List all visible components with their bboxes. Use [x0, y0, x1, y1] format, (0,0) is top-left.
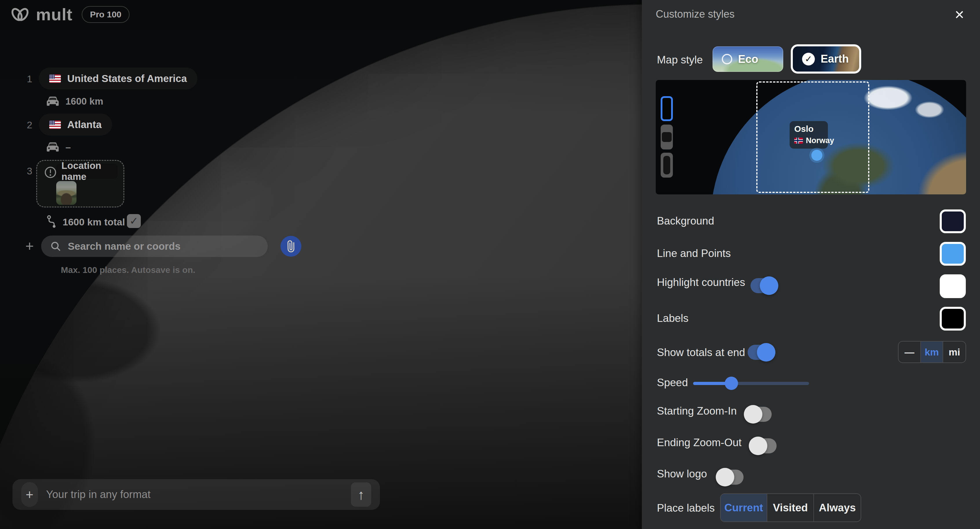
total-checkbox[interactable]: ✓ — [127, 214, 141, 228]
map-style-label: Map style — [657, 54, 703, 66]
line-points-color-swatch[interactable] — [940, 242, 966, 266]
background-color-swatch[interactable] — [940, 210, 966, 233]
paperclip-icon — [283, 238, 299, 255]
eco-label: Eco — [738, 53, 758, 65]
app-window: mult Pro 100 1 United States of America … — [0, 0, 980, 529]
trip-prompt-bar: + ↑ — [13, 479, 380, 510]
stop-number: 2 — [23, 119, 36, 131]
submit-trip-button[interactable]: ↑ — [351, 482, 371, 507]
brand-header: mult Pro 100 — [10, 5, 129, 24]
logo-wordmark[interactable]: mult — [36, 5, 72, 24]
place-labels-always-option[interactable]: Always — [814, 494, 861, 521]
search-bar[interactable] — [41, 235, 268, 257]
place-labels-visited-option[interactable]: Visited — [767, 494, 814, 521]
plan-badge: Pro 100 — [82, 6, 129, 23]
starting-zoom-in-toggle[interactable] — [745, 407, 772, 422]
radio-checked-icon: ✓ — [802, 53, 815, 65]
speed-slider-knob[interactable] — [725, 376, 738, 390]
total-distance-label: 1600 km total — [63, 216, 125, 228]
speed-label: Speed — [657, 376, 688, 389]
trip-prompt-input[interactable] — [46, 488, 351, 500]
leg-distance: 1600 km — [65, 96, 103, 107]
panel-title: Customize styles — [656, 8, 735, 20]
leg-distance: – — [65, 142, 71, 153]
search-input[interactable] — [68, 240, 259, 252]
close-panel-button[interactable]: × — [950, 5, 969, 24]
preview-place-label: Oslo Norway — [790, 121, 828, 149]
map-style-earth-button[interactable]: ✓ Earth — [791, 44, 861, 73]
search-icon — [50, 240, 61, 252]
route-total-icon — [46, 215, 57, 228]
check-icon: ✓ — [129, 215, 138, 227]
preview-country: Norway — [806, 136, 834, 145]
show-totals-toggle[interactable] — [748, 345, 774, 360]
attach-button[interactable] — [280, 236, 301, 257]
preview-location-dot — [811, 150, 822, 161]
ending-zoom-out-label: Ending Zoom-Out — [657, 437, 741, 449]
unit-km-option[interactable]: km — [921, 342, 943, 362]
radio-unchecked-icon — [722, 54, 732, 64]
norway-flag-icon — [794, 138, 803, 144]
aspect-landscape-button[interactable] — [661, 125, 673, 149]
leg-transport-2[interactable]: – — [46, 141, 71, 153]
show-logo-toggle[interactable] — [717, 470, 743, 485]
unit-mi-option[interactable]: mi — [943, 342, 966, 362]
plus-icon: + — [26, 487, 33, 502]
aspect-portrait-button[interactable] — [661, 153, 673, 178]
labels-color-swatch[interactable] — [940, 307, 966, 330]
stop-pill-atlanta[interactable]: Atlanta — [39, 114, 112, 136]
up-arrow-icon: ↑ — [358, 487, 364, 503]
prompt-add-button[interactable]: + — [21, 482, 38, 507]
us-flag-icon — [49, 75, 61, 83]
close-icon: × — [955, 6, 964, 22]
show-totals-label: Show totals at end — [657, 346, 745, 359]
location-name-placeholder: Location name — [61, 160, 113, 182]
place-labels-current-option[interactable]: Current — [721, 494, 767, 521]
list-hint: Max. 100 places. Autosave is on. — [61, 265, 195, 275]
ending-zoom-out-toggle[interactable] — [750, 438, 776, 453]
map-style-eco-button[interactable]: Eco — [713, 46, 783, 72]
stop-name: Atlanta — [67, 119, 102, 130]
speed-slider[interactable] — [693, 376, 809, 390]
car-icon — [46, 95, 60, 107]
highlight-color-swatch[interactable] — [940, 274, 966, 298]
stop-number: 1 — [23, 73, 36, 84]
leg-transport-1[interactable]: 1600 km — [46, 95, 103, 107]
location-photo-thumbnail[interactable] — [56, 181, 76, 205]
earth-label: Earth — [821, 53, 849, 65]
unit-none-option[interactable]: — — [899, 342, 921, 362]
place-labels-control: Current Visited Always — [720, 493, 861, 522]
starting-zoom-in-label: Starting Zoom-In — [657, 405, 737, 417]
map-style-preview: Oslo Norway — [656, 80, 966, 194]
preview-city: Oslo — [794, 124, 823, 134]
add-stop-button[interactable]: + — [23, 238, 36, 254]
units-control: — km mi — [898, 341, 966, 363]
highlight-countries-label: Highlight countries — [657, 276, 745, 289]
stop-name: United States of America — [67, 73, 187, 84]
place-labels-label: Place labels — [657, 502, 715, 514]
warning-info-icon — [44, 166, 57, 179]
background-label: Background — [657, 215, 714, 227]
line-points-label: Line and Points — [657, 248, 731, 260]
stop-pill-usa[interactable]: United States of America — [39, 67, 197, 89]
us-flag-icon — [49, 121, 61, 129]
show-logo-label: Show logo — [657, 468, 707, 480]
stop-number: 3 — [23, 165, 36, 177]
car-icon — [46, 141, 60, 153]
mult-logo-icon[interactable] — [10, 7, 30, 22]
labels-label: Labels — [657, 312, 689, 324]
stop-placeholder-card[interactable]: Location name — [36, 160, 124, 207]
customize-styles-panel: Customize styles × Map style Eco ✓ Earth… — [642, 0, 980, 529]
highlight-countries-toggle[interactable] — [751, 278, 777, 293]
location-name-field[interactable]: Location name — [56, 164, 118, 179]
aspect-square-button[interactable] — [661, 96, 673, 121]
